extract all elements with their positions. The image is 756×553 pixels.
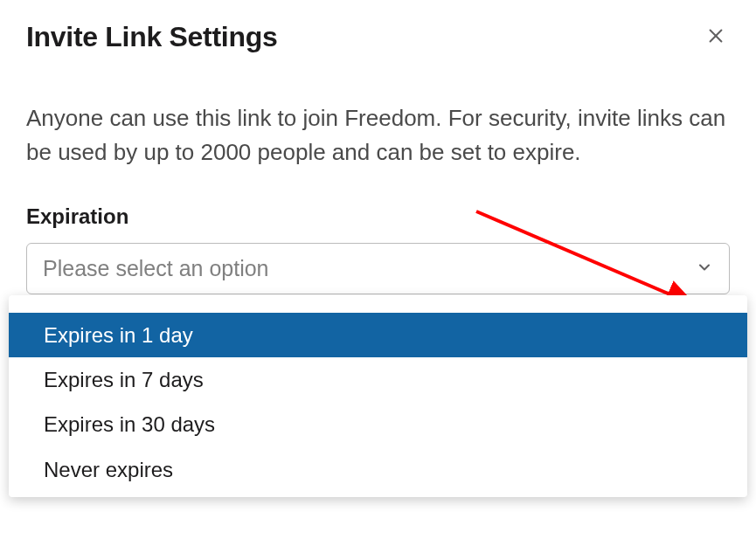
dropdown-option[interactable]: Never expires — [9, 447, 747, 492]
expiration-select[interactable]: Please select an option — [26, 243, 730, 294]
expiration-select-wrapper: Please select an option Expires in 1 day… — [26, 243, 730, 294]
dialog-title: Invite Link Settings — [26, 21, 277, 53]
expiration-dropdown: Expires in 1 day Expires in 7 days Expir… — [9, 295, 747, 497]
close-icon — [706, 26, 725, 48]
dialog-description: Anyone can use this link to join Freedom… — [26, 101, 730, 169]
select-placeholder: Please select an option — [43, 256, 269, 281]
expiration-label: Expiration — [26, 204, 730, 229]
chevron-down-icon — [696, 256, 713, 281]
dialog-header: Invite Link Settings — [26, 21, 730, 53]
dropdown-option[interactable]: Expires in 7 days — [9, 357, 747, 402]
dropdown-option[interactable]: Expires in 1 day — [9, 313, 747, 357]
dropdown-option[interactable]: Expires in 30 days — [9, 402, 747, 446]
close-button[interactable] — [702, 24, 730, 52]
invite-link-settings-dialog: Invite Link Settings Anyone can use this… — [0, 0, 756, 315]
